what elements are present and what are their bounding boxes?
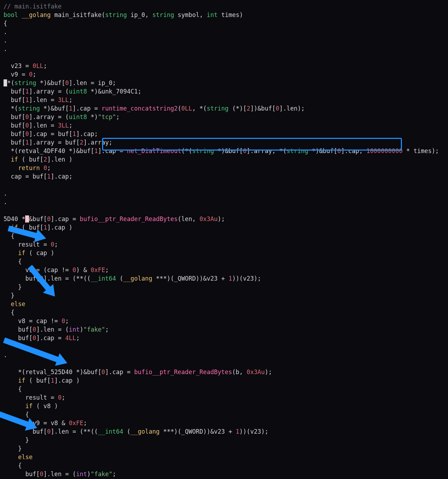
decompiled-code-view: // main.isitfake bool __golang main_isit… [0, 0, 448, 479]
